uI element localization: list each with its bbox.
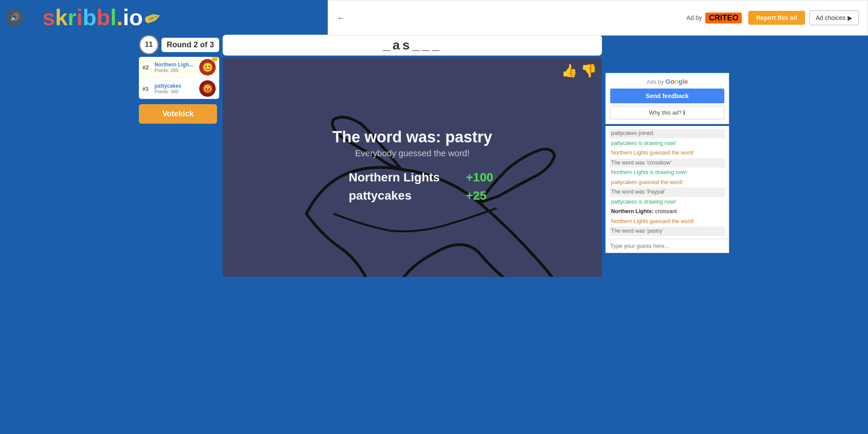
google-ads-header: Ads by Google xyxy=(610,78,724,85)
chat-text-8: pattycakes is drawing now! xyxy=(611,199,676,205)
game-wrapper: 11 Round 2 of 3 👑 #2 Northern Ligh... xyxy=(139,35,729,277)
word-hint-bar: _as___ xyxy=(223,35,602,56)
chat-msg-3: Northern Lights guessed the word! xyxy=(609,148,725,158)
chat-msg-8: pattycakes is drawing now! xyxy=(609,197,725,207)
canvas-content: The word was: pastry Everybody guessed t… xyxy=(223,58,602,277)
round-clock: 11 xyxy=(139,35,159,55)
chat-text-11: The word was 'pastry' xyxy=(611,228,663,234)
logo-pencil: ✏ xyxy=(141,6,163,31)
crown-icon: 👑 xyxy=(211,57,218,62)
result-everybody-text: Everybody guessed the word! xyxy=(331,148,493,158)
thumbs-down-icon[interactable]: 👎 xyxy=(581,63,597,78)
chat-panel: pattycakes joined. pattycakes is drawing… xyxy=(605,126,729,253)
logo-s: s xyxy=(43,5,55,30)
logo-l: l xyxy=(110,5,116,30)
result-score-row-1: Northern Lights +100 xyxy=(349,171,493,184)
report-ad-button[interactable]: Report this ad xyxy=(748,11,805,25)
logo-dot: . xyxy=(117,5,123,30)
full-layout: 🔊 skribbl.io✏ 11 Round 2 of 3 xyxy=(0,0,868,434)
chat-text-4: The word was 'crossbow' xyxy=(611,160,671,166)
player-name-northern: Northern Ligh... xyxy=(155,62,194,68)
google-e: e xyxy=(684,78,688,85)
chat-msg-6: pattycakes guessed the word! xyxy=(609,178,725,187)
ad-spacer xyxy=(605,35,729,73)
criteo-logo: CRITEO xyxy=(705,13,742,23)
chat-msg-10: Northern Lights guessed the word! xyxy=(609,217,725,227)
player-row-pattycakes: #1 pattycakes Points: 340 😡 xyxy=(139,78,219,99)
chat-text-1: pattycakes joined. xyxy=(611,130,654,136)
chat-input[interactable] xyxy=(606,239,729,253)
app-logo: skribbl.io✏ xyxy=(43,4,160,30)
player-name-col-1: Northern Ligh... Points: 285 xyxy=(155,62,197,73)
thumbs-area: 👍 👎 xyxy=(561,63,597,78)
chat-msg-2: pattycakes is drawing now! xyxy=(609,139,725,148)
google-o1: o xyxy=(671,78,674,85)
chat-text-7: The word was 'Paypal' xyxy=(611,189,665,195)
round-label: Round 2 of 3 xyxy=(161,38,219,52)
ads-by-label: Ads by xyxy=(647,79,664,85)
ad-by-label: Ad by xyxy=(687,14,702,21)
ad-by-criteo: Ad by CRITEO xyxy=(687,13,742,23)
player-name-pattycakes: pattycakes xyxy=(155,83,194,89)
drawing-canvas: 👍 👎 The word xyxy=(223,58,602,277)
back-arrow-icon[interactable]: ← xyxy=(337,13,345,23)
chat-msg-11: The word was 'pastry' xyxy=(609,227,725,236)
result-score-row-2: pattycakes +25 xyxy=(349,189,493,203)
chat-msg-5: Northern Lights is drawing now! xyxy=(609,168,725,178)
word-bar-container: _as___ 👍 👎 xyxy=(223,35,602,277)
chat-msg-9: Northern Lights: croissant xyxy=(609,207,725,217)
why-this-ad-button[interactable]: Why this ad? ℹ xyxy=(610,106,724,119)
logo-io: io xyxy=(123,5,143,30)
logo-r: r xyxy=(68,5,76,30)
google-logo: Google xyxy=(665,78,688,85)
google-g1: G xyxy=(665,78,671,85)
google-ads-panel: Ads by Google Send feedback Why this ad?… xyxy=(605,73,729,124)
clock-number: 11 xyxy=(145,41,153,49)
google-o2: o xyxy=(674,78,678,85)
chat-msg-4: The word was 'crossbow' xyxy=(609,158,725,168)
player-rank-1: #2 xyxy=(142,64,152,71)
chat-text-5: Northern Lights is drawing now! xyxy=(611,169,687,175)
result-player-name-1: Northern Lights xyxy=(349,171,466,184)
result-player-score-2: +25 xyxy=(466,189,487,203)
thumbs-up-icon[interactable]: 👍 xyxy=(561,63,577,78)
ad-choices-button[interactable]: Ad choices ▶ xyxy=(809,10,859,25)
logo-b1: b xyxy=(83,5,97,30)
player-avatar-pattycakes: 😡 xyxy=(199,80,216,97)
chat-msg-7: The word was 'Paypal' xyxy=(609,187,725,197)
chat-list: pattycakes joined. pattycakes is drawing… xyxy=(606,126,729,239)
chat-user-9: Northern Lights: xyxy=(611,208,654,214)
chat-text-3: Northern Lights guessed the word! xyxy=(611,150,694,156)
send-feedback-button[interactable]: Send feedback xyxy=(610,89,724,103)
word-hint-text: _as___ xyxy=(383,38,442,53)
round-header-row: 11 Round 2 of 3 xyxy=(139,35,219,55)
logo-i: i xyxy=(76,5,82,30)
sidebar-left: 11 Round 2 of 3 👑 #2 Northern Ligh... xyxy=(139,35,219,277)
player-rank-2: #1 xyxy=(142,85,152,92)
logo-k: k xyxy=(55,5,68,30)
player-row-northern-lights: 👑 #2 Northern Ligh... Points: 285 😊 xyxy=(139,57,219,78)
ad-top-banner: ← Ad by CRITEO Report this ad Ad choices… xyxy=(328,0,868,36)
player-name-col-2: pattycakes Points: 340 xyxy=(155,83,197,94)
chat-msg-1: pattycakes joined. xyxy=(609,129,725,138)
players-panel: 👑 #2 Northern Ligh... Points: 285 😊 #1 p… xyxy=(139,57,219,99)
chat-text-6: pattycakes guessed the word! xyxy=(611,179,683,185)
result-word-text: The word was: pastry xyxy=(331,128,493,146)
ad-choices-label: Ad choices xyxy=(816,14,845,21)
chat-text-10: Northern Lights guessed the word! xyxy=(611,218,694,224)
ad-choices-icon: ▶ xyxy=(848,14,852,21)
chat-text-9: croissant xyxy=(655,208,677,214)
logo-b2: b xyxy=(96,5,110,30)
result-scores: Northern Lights +100 pattycakes +25 xyxy=(331,171,493,203)
sidebar-right: Ads by Google Send feedback Why this ad?… xyxy=(605,35,729,277)
result-player-name-2: pattycakes xyxy=(349,189,466,203)
center-content: 11 Round 2 of 3 👑 #2 Northern Ligh... xyxy=(0,35,868,277)
sound-icon[interactable]: 🔊 xyxy=(7,9,23,26)
result-player-score-1: +100 xyxy=(466,171,493,184)
chat-text-2: pattycakes is drawing now! xyxy=(611,140,676,146)
player-pts-pattycakes: Points: 340 xyxy=(155,89,197,94)
votekick-button[interactable]: Votekick xyxy=(139,104,217,124)
player-pts-northern: Points: 285 xyxy=(155,68,197,73)
google-g2: g xyxy=(678,78,682,85)
result-overlay: The word was: pastry Everybody guessed t… xyxy=(331,128,493,207)
